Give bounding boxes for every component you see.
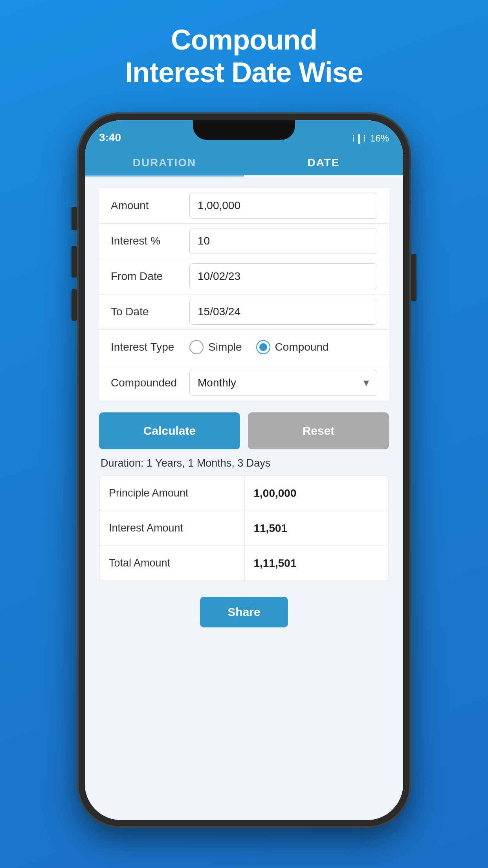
compounded-select-wrapper: Monthly Daily Weekly Quarterly Half Year… — [189, 370, 377, 395]
vibrate-icon: ⁞❙⁞ — [352, 133, 366, 144]
volume-up-button — [72, 246, 77, 278]
to-date-input[interactable] — [189, 299, 377, 325]
compounded-row: Compounded Monthly Daily Weekly Quarterl… — [99, 365, 389, 401]
volume-down-button — [72, 289, 77, 321]
interest-label: Interest % — [111, 235, 189, 247]
total-amount-row: Total Amount 1,11,501 — [99, 546, 389, 581]
phone-bottom — [85, 800, 403, 820]
total-amount-label: Total Amount — [99, 546, 244, 581]
share-wrapper: Share — [99, 597, 389, 627]
compounded-label: Compounded — [111, 377, 189, 389]
from-date-row: From Date — [99, 259, 389, 294]
silent-button — [72, 207, 77, 230]
radio-simple[interactable]: Simple — [189, 340, 242, 354]
radio-compound-circle — [256, 340, 270, 354]
share-button[interactable]: Share — [200, 597, 288, 627]
duration-label: Duration: 1 Years, 1 Months, 3 Days — [99, 457, 389, 469]
power-button — [411, 254, 416, 301]
notch — [193, 120, 295, 140]
principle-label: Principle Amount — [99, 476, 244, 511]
to-date-label: To Date — [111, 305, 189, 318]
status-icons: ⁞❙⁞ 16% — [352, 133, 389, 144]
total-amount-value: 1,11,501 — [244, 546, 389, 581]
reset-button[interactable]: Reset — [248, 412, 389, 449]
results-table: Principle Amount 1,00,000 Interest Amoun… — [99, 476, 389, 581]
radio-simple-circle — [189, 340, 204, 354]
interest-input[interactable] — [189, 228, 377, 254]
interest-amount-row: Interest Amount 11,501 — [99, 511, 389, 546]
app-title: Compound Interest Date Wise — [125, 24, 363, 89]
status-time: 3:40 — [99, 131, 121, 144]
amount-label: Amount — [111, 199, 189, 212]
action-buttons: Calculate Reset — [99, 412, 389, 449]
principle-value: 1,00,000 — [244, 476, 389, 511]
from-date-input[interactable] — [189, 263, 377, 289]
radio-simple-label: Simple — [208, 341, 242, 353]
content-area: Amount Interest % From Date To Date Inte… — [85, 177, 403, 800]
interest-row: Interest % — [99, 224, 389, 259]
interest-type-group: Simple Compound — [189, 340, 329, 354]
radio-compound-label: Compound — [275, 341, 329, 353]
interest-type-label: Interest Type — [111, 341, 189, 353]
interest-amount-value: 11,501 — [244, 511, 389, 546]
phone-device: 3:40 ⁞❙⁞ 16% DURATION DATE Amount — [77, 112, 411, 828]
to-date-row: To Date — [99, 294, 389, 330]
phone-screen: 3:40 ⁞❙⁞ 16% DURATION DATE Amount — [85, 120, 403, 820]
amount-input[interactable] — [189, 193, 377, 219]
tab-duration[interactable]: DURATION — [85, 148, 244, 175]
tab-bar: DURATION DATE — [85, 148, 403, 177]
from-date-label: From Date — [111, 270, 189, 283]
battery-level: 16% — [370, 133, 389, 144]
amount-row: Amount — [99, 188, 389, 224]
interest-type-row: Interest Type Simple Compound — [99, 330, 389, 365]
radio-compound[interactable]: Compound — [256, 340, 329, 354]
interest-amount-label: Interest Amount — [99, 511, 244, 546]
duration-value: 1 Years, 1 Months, 3 Days — [147, 457, 270, 469]
calculate-button[interactable]: Calculate — [99, 412, 240, 449]
principle-row: Principle Amount 1,00,000 — [99, 476, 389, 511]
radio-compound-inner — [259, 343, 267, 351]
compounded-select[interactable]: Monthly Daily Weekly Quarterly Half Year… — [189, 370, 377, 395]
tab-date[interactable]: DATE — [244, 148, 403, 175]
